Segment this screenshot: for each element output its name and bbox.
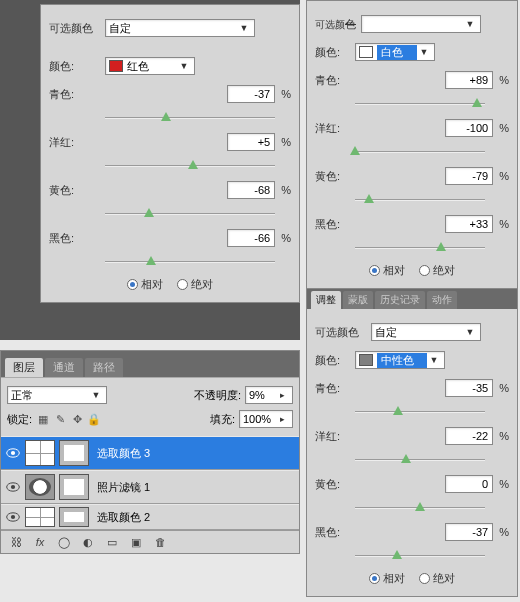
visibility-icon[interactable] [5,509,21,525]
magenta-input[interactable]: -100 [445,119,493,137]
chevron-down-icon: ▼ [177,61,191,71]
absolute-radio[interactable]: 绝对 [419,571,455,586]
layer-name: 选取颜色 2 [93,510,295,525]
visibility-icon[interactable] [5,479,21,495]
svg-point-3 [11,485,15,489]
cyan-input[interactable]: -37 [227,85,275,103]
fill-label: 填充: [210,412,235,427]
tab-history[interactable]: 历史记录 [375,291,425,309]
yellow-label: 黄色: [49,183,105,198]
black-input[interactable]: -37 [445,523,493,541]
preset-label: 可选颜色 [315,325,371,340]
yellow-slider[interactable] [355,501,485,515]
blend-mode-dropdown[interactable]: 正常▼ [7,386,107,404]
pct-label: % [281,88,291,100]
layer-mask-thumb [59,507,89,527]
preset-dropdown[interactable]: 自定▼ [105,19,255,37]
magenta-slider[interactable] [355,145,485,159]
yellow-input[interactable]: 0 [445,475,493,493]
tab-mask[interactable]: 蒙版 [343,291,373,309]
colors-label: 颜色: [315,45,355,60]
tab-channels[interactable]: 通道 [45,358,83,377]
swatch-neutral [359,354,373,366]
magenta-input[interactable]: +5 [227,133,275,151]
mask-icon[interactable]: ◯ [55,534,73,550]
lock-paint-icon[interactable]: ✎ [53,412,67,426]
chevron-down-icon: ▼ [417,47,431,57]
swatch-white [359,46,373,58]
magenta-input[interactable]: -22 [445,427,493,445]
adjustment-icon[interactable]: ◐ [79,534,97,550]
chevron-right-icon: ▸ [275,390,289,400]
layer-row[interactable]: 选取颜色 2 [1,504,299,530]
color-dropdown[interactable]: 中性色▼ [355,351,445,369]
relative-radio[interactable]: 相对 [369,571,405,586]
panel-tabs: 调整 蒙版 历史记录 动作 [307,289,517,309]
selective-color-panel-left: 可选颜色 自定▼ 颜色: 红色▼ 青色:-37% 洋红:+5% 黄色:-68% … [40,4,300,303]
tab-adjust[interactable]: 调整 [311,291,341,309]
fx-icon[interactable]: fx [31,534,49,550]
preset-dropdown[interactable]: ▼ [361,15,481,33]
chevron-down-icon: ▼ [463,19,477,29]
black-slider[interactable] [105,255,275,269]
layer-row[interactable]: 照片滤镜 1 [1,470,299,504]
link-icon[interactable]: ⛓ [7,534,25,550]
swatch-red [109,60,123,72]
preset-label: 可选颜色 [315,17,361,32]
tab-paths[interactable]: 路径 [85,358,123,377]
yellow-slider[interactable] [105,207,275,221]
cyan-slider[interactable] [355,405,485,419]
layer-mask-thumb [59,474,89,500]
cyan-slider[interactable] [355,97,485,111]
black-input[interactable]: +33 [445,215,493,233]
adjustments-panel: 调整 蒙版 历史记录 动作 可选颜色 自定▼ 颜色: 中性色▼ 青色:-35% … [306,288,518,597]
svg-point-5 [11,515,15,519]
lock-transparency-icon[interactable]: ▦ [36,412,50,426]
layers-tabs: 图层 通道 路径 [1,357,299,377]
lock-all-icon[interactable]: 🔒 [87,412,101,426]
colors-label: 颜色: [49,59,105,74]
layer-name: 照片滤镜 1 [93,480,295,495]
black-slider[interactable] [355,549,485,563]
chevron-right-icon: ▸ [275,414,289,424]
layer-row[interactable]: 选取颜色 3 [1,436,299,470]
cyan-slider[interactable] [105,111,275,125]
visibility-icon[interactable] [5,445,21,461]
preset-dropdown[interactable]: 自定▼ [371,323,481,341]
black-input[interactable]: -66 [227,229,275,247]
chevron-down-icon: ▼ [427,355,441,365]
chevron-down-icon: ▼ [89,390,103,400]
opacity-input[interactable]: 9%▸ [245,386,293,404]
layers-list: 选取颜色 3 照片滤镜 1 选取颜色 2 [1,436,299,530]
yellow-input[interactable]: -79 [445,167,493,185]
relative-radio[interactable]: 相对 [127,277,163,292]
tab-actions[interactable]: 动作 [427,291,457,309]
color-dropdown[interactable]: 白色▼ [355,43,435,61]
trash-icon[interactable]: 🗑 [151,534,169,550]
layer-thumb [25,474,55,500]
fill-input[interactable]: 100%▸ [239,410,293,428]
colors-label: 颜色: [315,353,355,368]
yellow-input[interactable]: -68 [227,181,275,199]
cyan-label: 青色: [49,87,105,102]
cyan-input[interactable]: -35 [445,379,493,397]
folder-icon[interactable]: ▭ [103,534,121,550]
relative-radio[interactable]: 相对 [369,263,405,278]
absolute-radio[interactable]: 绝对 [419,263,455,278]
chevron-down-icon: ▼ [463,327,477,337]
svg-point-1 [11,451,15,455]
color-dropdown[interactable]: 红色▼ [105,57,195,75]
layer-name: 选取颜色 3 [93,446,295,461]
new-layer-icon[interactable]: ▣ [127,534,145,550]
magenta-label: 洋红: [49,135,105,150]
yellow-slider[interactable] [355,193,485,207]
tab-layers[interactable]: 图层 [5,358,43,377]
absolute-radio[interactable]: 绝对 [177,277,213,292]
cyan-input[interactable]: +89 [445,71,493,89]
layers-panel: 图层 通道 路径 正常▼ 不透明度: 9%▸ 锁定: ▦ ✎ ✥ 🔒 填充: 1… [0,350,300,554]
black-slider[interactable] [355,241,485,255]
lock-position-icon[interactable]: ✥ [70,412,84,426]
magenta-slider[interactable] [355,453,485,467]
layer-thumb [25,440,55,466]
magenta-slider[interactable] [105,159,275,173]
